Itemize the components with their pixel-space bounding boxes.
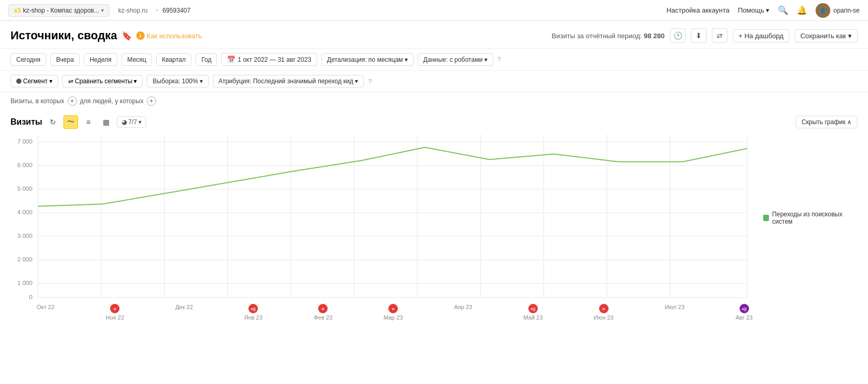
xaxis-marker-apr23: Апр 23 — [454, 304, 472, 321]
topbar: к3 kz-shop - Компас здоров... ▾ kz-shop.… — [0, 0, 868, 21]
visits-filter-row: Визиты, в которых + для людей, у которых… — [0, 92, 868, 110]
save-button[interactable]: Сохранить как ▾ — [795, 29, 858, 42]
data-dropdown[interactable]: Данные: с роботами ▾ — [418, 53, 493, 66]
add-visits-condition-button[interactable]: + — [68, 96, 77, 106]
data-label: Данные: с роботами — [424, 56, 483, 63]
svg-text:0: 0 — [29, 294, 32, 300]
compare-chevron-icon: ▾ — [134, 78, 137, 85]
bell-icon[interactable]: 🔔 — [797, 5, 807, 15]
chart-section: Визиты ↻ 〜 ≡ ▦ ◕ 7/7 ▾ Скрыть график ∧ 7… — [0, 110, 868, 321]
chart-controls-left: Визиты ↻ 〜 ≡ ▦ ◕ 7/7 ▾ — [10, 115, 146, 129]
period-button[interactable]: 📅 1 окт 2022 — 31 авг 2023 — [221, 53, 317, 66]
xaxis-marker-dec22: Дек 22 — [175, 304, 193, 321]
marker-feb23-icon: н — [318, 304, 328, 313]
page-header: Источники, сводка 🔖 i Как использовать В… — [0, 21, 868, 49]
hide-chart-button[interactable]: Скрыть график ∧ — [796, 116, 858, 128]
legend-label: Переходы из поисковых систем — [772, 211, 858, 225]
help-button[interactable]: Помощь ▾ — [738, 6, 769, 14]
hide-chart-chevron-icon: ∧ — [847, 118, 852, 126]
attribution-chevron-icon: ▾ — [355, 78, 358, 85]
compare-label: Сравнить сегменты — [75, 78, 133, 85]
month-button[interactable]: Месяц — [122, 53, 152, 66]
visits-count-label: Визиты за отчётный период: 98 280 — [552, 32, 665, 40]
refresh-button[interactable]: ↻ — [46, 115, 60, 129]
stacked-chart-button[interactable]: ≡ — [81, 115, 96, 129]
compare-segments-button[interactable]: ⇌ Сравнить сегменты ▾ — [62, 75, 143, 87]
page-title: Источники, сводка — [10, 29, 117, 42]
site-id: 69593407 — [162, 7, 190, 14]
filter-bar: Сегодня Вчера Неделя Месяц Квартал Год 📅… — [0, 49, 868, 71]
detail-dropdown[interactable]: Детализация: по месяцам ▾ — [321, 53, 414, 66]
segments-count-button[interactable]: ◕ 7/7 ▾ — [117, 116, 147, 128]
svg-text:7 000: 7 000 — [17, 138, 32, 145]
add-people-condition-button[interactable]: + — [147, 96, 156, 106]
marker-aug23-icon: о)) — [740, 304, 749, 313]
how-to-use-button[interactable]: i Как использовать — [136, 31, 202, 40]
bar-chart-button[interactable]: ▦ — [99, 115, 114, 129]
compare-icon: ⇌ — [68, 78, 73, 85]
chart-title: Визиты — [10, 117, 42, 127]
help-label: Помощь — [738, 6, 764, 14]
xaxis-row: Окт 22 н Ноя 22 Дек 22 н)) Янв 23 н Фев … — [10, 302, 858, 321]
svg-text:4 000: 4 000 — [17, 209, 32, 215]
attribution-dropdown[interactable]: Атрибуция: Последний значимый переход ки… — [213, 75, 364, 87]
settings-link[interactable]: Настройка аккаунта — [666, 6, 729, 14]
user-name[interactable]: oparin-se — [833, 7, 860, 14]
svg-text:3 000: 3 000 — [17, 233, 32, 239]
svg-text:1 000: 1 000 — [17, 280, 32, 286]
week-button[interactable]: Неделя — [84, 53, 117, 66]
yesterday-button[interactable]: Вчера — [50, 53, 80, 66]
xaxis-marker-feb23: н Фев 23 — [313, 304, 332, 321]
xaxis-marker-jul23: Июл 23 — [665, 304, 685, 321]
segment-chevron-icon: ▾ — [49, 78, 52, 85]
marker-may23-icon: н)) — [528, 304, 538, 313]
detail-chevron-icon: ▾ — [405, 56, 408, 63]
site-domain: kz-shop.ru — [114, 7, 151, 14]
topbar-right: Настройка аккаунта Помощь ▾ 🔍 🔔 👤 oparin… — [666, 3, 860, 18]
download-button[interactable]: ⬇ — [691, 28, 707, 43]
pie-icon: ◕ — [122, 118, 127, 126]
year-button[interactable]: Год — [196, 53, 217, 66]
question-icon[interactable]: ? — [497, 56, 501, 63]
svg-text:6 000: 6 000 — [17, 162, 32, 168]
page-header-right: Визиты за отчётный период: 98 280 🕐 ⬇ ⇄ … — [552, 28, 858, 43]
marker-jan23-icon: н)) — [248, 304, 258, 313]
add-dashboard-label: + На дашборд — [739, 32, 784, 40]
xaxis-marker-aug23: о)) Авг 23 — [735, 304, 752, 321]
page-title-area: Источники, сводка 🔖 i Как использовать — [10, 29, 202, 42]
quarter-button[interactable]: Квартал — [156, 53, 191, 66]
help-chevron-icon: ▾ — [766, 6, 769, 14]
segment-button[interactable]: Сегмент ▾ — [10, 75, 58, 87]
xaxis-marker-jun23: н Июн 23 — [594, 304, 614, 321]
bookmark-icon[interactable]: 🔖 — [122, 31, 132, 41]
chart-wrapper: 7 000 6 000 5 000 4 000 3 000 2 000 1 00… — [10, 134, 858, 302]
svg-text:5 000: 5 000 — [17, 185, 32, 192]
search-icon[interactable]: 🔍 — [778, 5, 788, 15]
line-chart-button[interactable]: 〜 — [63, 115, 78, 129]
chart-polyline — [38, 147, 747, 206]
today-button[interactable]: Сегодня — [10, 53, 46, 66]
kz-logo: к3 — [14, 7, 21, 14]
chart-legend: Переходы из поисковых систем — [753, 134, 858, 302]
site-tab[interactable]: к3 kz-shop - Компас здоров... ▾ — [8, 4, 110, 17]
hide-chart-label: Скрыть график — [801, 118, 845, 126]
sample-chevron-icon: ▾ — [200, 78, 203, 85]
chart-container: 7 000 6 000 5 000 4 000 3 000 2 000 1 00… — [10, 134, 753, 302]
calendar-icon: 📅 — [227, 56, 235, 63]
share-button[interactable]: ⇄ — [712, 28, 728, 43]
avatar: 👤 — [816, 3, 830, 18]
xaxis-marker-may23: н)) Май 23 — [524, 304, 543, 321]
chart-svg: 7 000 6 000 5 000 4 000 3 000 2 000 1 00… — [10, 134, 753, 302]
add-dashboard-button[interactable]: + На дашборд — [733, 29, 789, 42]
xaxis-marker-oct22: Окт 22 — [37, 304, 55, 321]
segment-bar: Сегмент ▾ ⇌ Сравнить сегменты ▾ Выборка:… — [0, 71, 868, 92]
tab-title: kz-shop - Компас здоров... — [23, 7, 100, 14]
topbar-left: к3 kz-shop - Компас здоров... ▾ kz-shop.… — [8, 4, 190, 17]
attribution-question-icon[interactable]: ? — [368, 78, 372, 85]
clock-button[interactable]: 🕐 — [670, 28, 686, 43]
xaxis-marker-jan23: н)) Янв 23 — [244, 304, 263, 321]
legend-item: Переходы из поисковых систем — [763, 211, 858, 225]
segment-circle-icon — [16, 79, 21, 84]
tab-chevron-icon: ▾ — [101, 7, 104, 13]
sample-dropdown[interactable]: Выборка: 100% ▾ — [147, 75, 208, 87]
